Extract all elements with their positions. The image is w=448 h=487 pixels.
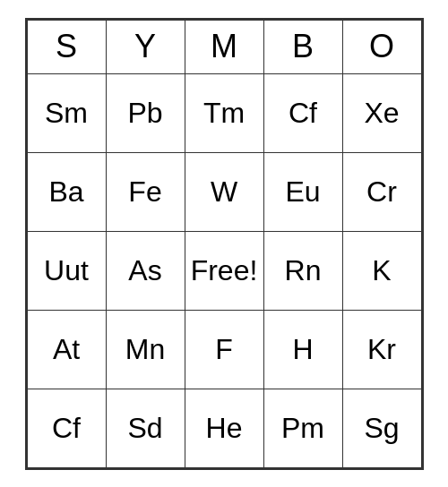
- table-cell: W: [185, 152, 263, 231]
- table-cell: Mn: [106, 310, 185, 389]
- table-cell: Xe: [342, 73, 421, 152]
- table-cell: Sg: [342, 389, 421, 467]
- table-cell: Uut: [27, 231, 106, 310]
- table-row: BaFeWEuCr: [27, 152, 421, 231]
- table-cell: Free!: [185, 231, 263, 310]
- table-cell: Cr: [342, 152, 421, 231]
- table-cell: Fe: [106, 152, 185, 231]
- bingo-body: SmPbTmCfXeBaFeWEuCrUutAsFree!RnKAtMnFHKr…: [27, 73, 421, 467]
- table-cell: F: [185, 310, 263, 389]
- table-cell: Cf: [27, 389, 106, 467]
- table-cell: Pm: [263, 389, 342, 467]
- bingo-card: S Y M B O SmPbTmCfXeBaFeWEuCrUutAsFree!R…: [25, 18, 424, 470]
- table-cell: Ba: [27, 152, 106, 231]
- header-row: S Y M B O: [27, 20, 421, 73]
- bingo-table: S Y M B O SmPbTmCfXeBaFeWEuCrUutAsFree!R…: [27, 20, 422, 468]
- table-cell: He: [185, 389, 263, 467]
- header-o: O: [342, 20, 421, 73]
- table-row: AtMnFHKr: [27, 310, 421, 389]
- table-cell: Kr: [342, 310, 421, 389]
- table-cell: Rn: [263, 231, 342, 310]
- table-cell: As: [106, 231, 185, 310]
- table-cell: Sm: [27, 73, 106, 152]
- table-row: UutAsFree!RnK: [27, 231, 421, 310]
- table-cell: Sd: [106, 389, 185, 467]
- table-cell: K: [342, 231, 421, 310]
- header-s: S: [27, 20, 106, 73]
- table-row: CfSdHePmSg: [27, 389, 421, 467]
- header-b: B: [263, 20, 342, 73]
- header-m: M: [185, 20, 263, 73]
- header-y: Y: [106, 20, 185, 73]
- table-cell: H: [263, 310, 342, 389]
- table-cell: At: [27, 310, 106, 389]
- table-row: SmPbTmCfXe: [27, 73, 421, 152]
- table-cell: Cf: [263, 73, 342, 152]
- table-cell: Eu: [263, 152, 342, 231]
- table-cell: Pb: [106, 73, 185, 152]
- table-cell: Tm: [185, 73, 263, 152]
